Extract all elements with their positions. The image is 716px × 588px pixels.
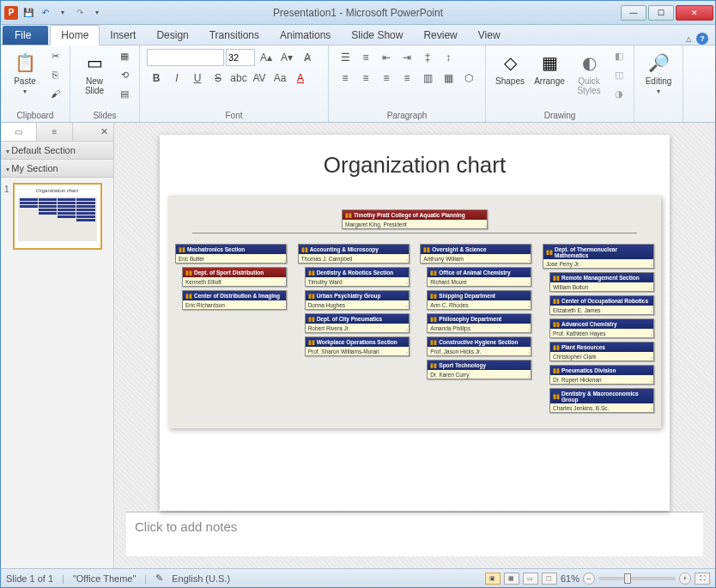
minimize-button[interactable]: — [621,5,646,21]
arrange-button[interactable]: ▦ Arrange [532,49,567,88]
grow-font-icon[interactable]: A▴ [257,49,276,66]
close-button[interactable]: ✕ [676,5,713,21]
fit-window-icon[interactable]: ⛶ [695,573,710,585]
language-label[interactable]: English (U.S.) [172,573,230,584]
text-direction-icon[interactable]: ↕ [439,49,458,66]
tab-review[interactable]: Review [413,26,467,45]
org-chart[interactable]: ▮▮ Timothy Pratt College of Aquatic Plan… [168,196,661,428]
qat-customize-icon[interactable]: ▾ [90,6,104,20]
editing-button[interactable]: 🔎 Editing ▾ [641,49,676,97]
minimize-ribbon-icon[interactable]: △ [686,35,691,43]
zoom-out-button[interactable]: − [583,573,595,585]
redo-icon[interactable]: ↷ [73,6,87,20]
org-node[interactable]: ▮▮ Advanced ChemistryProf. Kathleen Haye… [549,318,654,338]
spacing-icon[interactable]: AV [250,70,269,87]
new-slide-button[interactable]: ▭ New Slide [77,49,112,97]
org-node[interactable]: ▮▮ Accounting & MicroscopyThomas J. Camp… [298,244,410,264]
tab-home[interactable]: Home [50,25,100,45]
shape-effects-icon[interactable]: ◑ [611,87,627,100]
org-node[interactable]: ▮▮ Center of Occupational RoboticsElizab… [549,295,654,315]
org-node[interactable]: ▮▮ Mechatronics SectionEric Butler▫ [175,244,287,264]
slides-tab-icon[interactable]: ▭ [1,123,37,141]
section-header-default[interactable]: Default Section [1,142,113,160]
indent-icon[interactable]: ⇥ [397,49,416,66]
align-right-icon[interactable]: ≡ [377,70,396,87]
org-node[interactable]: ▮▮ Dentistry & Macroeconomics GroupCharl… [549,388,654,413]
org-node[interactable]: ▮▮ Plant ResourcesChristopher Clark▫ [549,342,654,361]
org-node[interactable]: ▮▮ Center of Distribution & ImagingEric … [182,290,287,310]
bullets-icon[interactable]: ☰ [336,49,355,66]
org-node[interactable]: ▮▮ Dept. of Sport DistributionKenneth El… [182,267,287,287]
columns-icon[interactable]: ▥ [418,70,437,87]
smartart-icon[interactable]: ⬡ [459,70,478,87]
org-node[interactable]: ▮▮ Dept. of City PneumaticsRobert Rivera… [305,313,410,333]
org-node[interactable]: ▮▮ Workplace Operations SectionProf. Sha… [305,336,410,356]
tab-file[interactable]: File [3,26,48,45]
zoom-slider[interactable] [598,577,676,580]
help-icon[interactable]: ? [696,33,708,45]
align-center-icon[interactable]: ≡ [356,70,375,87]
org-node[interactable]: ▮▮ Dept. of Thermonuclear MathematicsJos… [543,244,654,269]
line-spacing-icon[interactable]: ‡ [418,49,437,66]
reset-icon[interactable]: ⟲ [117,68,132,82]
section-icon[interactable]: ▤ [117,87,132,100]
strike-button[interactable]: S [209,70,228,87]
slide-thumbnail[interactable]: Organization chart [13,183,102,250]
slideshow-view-icon[interactable]: ▢ [542,573,557,585]
maximize-button[interactable]: ☐ [648,5,674,21]
tab-insert[interactable]: Insert [100,26,146,45]
justify-icon[interactable]: ≡ [397,70,416,87]
org-node[interactable]: ▮▮ Timothy Pratt College of Aquatic Plan… [342,209,488,229]
panel-close-icon[interactable]: ✕ [94,126,113,137]
font-name-select[interactable] [147,49,224,66]
notes-pane[interactable]: Click to add notes [126,512,703,556]
undo-dropdown-icon[interactable]: ▾ [56,6,70,20]
org-node[interactable]: ▮▮ Shipping DepartmentAnn C. Rhodes▫ [427,290,531,310]
outline-tab-icon[interactable]: ≡ [37,123,73,141]
zoom-thumb[interactable] [624,573,631,584]
shrink-font-icon[interactable]: A▾ [277,49,296,66]
numbering-icon[interactable]: ≡ [356,49,375,66]
paste-button[interactable]: 📋 Paste ▾ [8,49,42,97]
align-text-icon[interactable]: ▦ [439,70,458,87]
section-header-my[interactable]: My Section [1,160,113,178]
underline-button[interactable]: U [188,70,207,87]
save-icon[interactable]: 💾 [21,6,35,20]
italic-button[interactable]: I [167,70,186,87]
tab-animations[interactable]: Animations [270,26,341,45]
shape-fill-icon[interactable]: ◧ [611,49,627,63]
org-node[interactable]: ▮▮ Constructive Hygiene SectionProf. Jas… [427,336,531,356]
tab-view[interactable]: View [468,26,511,45]
org-node[interactable]: ▮▮ Sport TechnologyDr. Karen Curry▫ [427,360,531,379]
font-size-select[interactable] [226,49,255,66]
tab-slideshow[interactable]: Slide Show [341,26,413,45]
bold-button[interactable]: B [147,70,166,87]
normal-view-icon[interactable]: ▣ [485,573,501,585]
copy-icon[interactable]: ⎘ [47,68,63,82]
slide-canvas[interactable]: Organization chart ▮▮ Timothy Pratt Coll… [160,135,670,511]
shape-outline-icon[interactable]: ◫ [611,68,627,82]
org-node[interactable]: ▮▮ Urban Psychiatry GroupDonna Hughes▫ [305,290,410,310]
org-node[interactable]: ▮▮ Pneumatics DivisionDr. Rupert Hickman… [549,365,654,385]
layout-icon[interactable]: ▦ [117,49,132,63]
org-node[interactable]: ▮▮ Philosophy DepartmentAmanda Phillips▫ [427,313,531,333]
org-node[interactable]: ▮▮ Dentistry & Robotics SectionTimothy W… [305,267,410,287]
outdent-icon[interactable]: ⇤ [377,49,396,66]
undo-icon[interactable]: ↶ [39,6,52,20]
quick-styles-button[interactable]: ◐ Quick Styles [572,49,606,97]
slide-title[interactable]: Organization chart [168,152,661,179]
zoom-percent[interactable]: 61% [561,573,579,584]
zoom-in-button[interactable]: + [679,573,691,585]
sorter-view-icon[interactable]: ▦ [504,573,519,585]
shadow-button[interactable]: abc [229,70,248,87]
org-node[interactable]: ▮▮ Oversight & ScienceAnthony William▫ [420,244,531,264]
reading-view-icon[interactable]: ▭ [523,573,538,585]
slide-editor[interactable]: Organization chart ▮▮ Timothy Pratt Coll… [114,123,715,568]
align-left-icon[interactable]: ≡ [336,70,355,87]
font-color-icon[interactable]: A [291,70,310,87]
format-painter-icon[interactable]: 🖌 [47,87,63,100]
org-node[interactable]: ▮▮ Remote Management SectionWilliam Bolt… [549,272,654,292]
tab-transitions[interactable]: Transitions [199,26,270,45]
tab-design[interactable]: Design [146,26,198,45]
change-case-icon[interactable]: Aa [270,70,289,87]
